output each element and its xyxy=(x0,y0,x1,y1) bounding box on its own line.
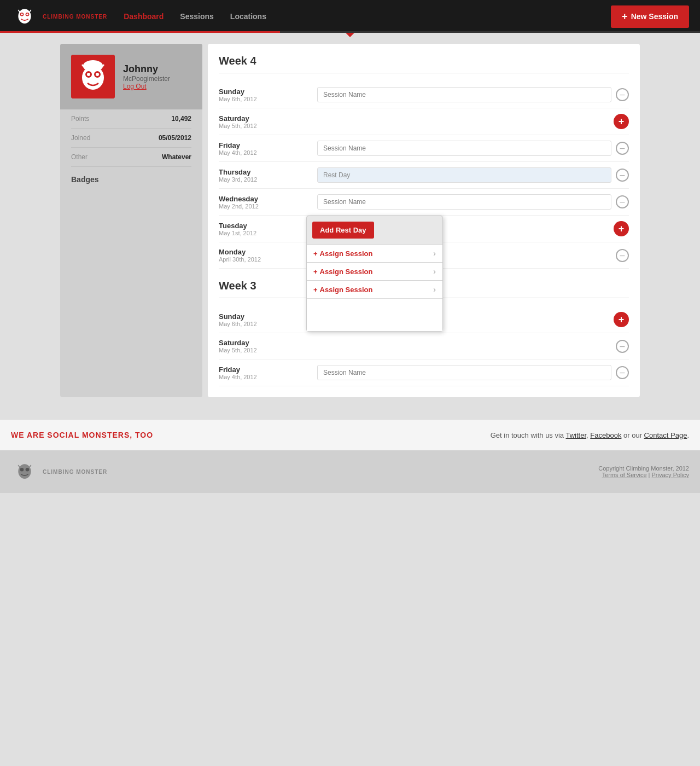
day-actions: – xyxy=(616,340,629,353)
chevron-right-icon: › xyxy=(433,267,436,276)
add-session-button[interactable]: + xyxy=(614,221,629,236)
profile-stats: Points 10,492 Joined 05/05/2012 Other Wh… xyxy=(60,109,202,167)
day-actions: + xyxy=(614,312,629,327)
footer-links: Terms of Service | Privacy Policy xyxy=(598,472,689,478)
day-row-tuesday-w4: Tuesday May 1st, 2012 Add Rest Day +Assi… xyxy=(219,216,629,242)
nav-indicator xyxy=(346,33,354,37)
day-actions: + xyxy=(614,221,629,236)
svg-point-12 xyxy=(83,60,103,71)
twitter-link[interactable]: Twitter xyxy=(565,431,586,439)
remove-session-button[interactable]: – xyxy=(616,88,629,101)
svg-point-15 xyxy=(26,468,30,472)
other-value: Whatever xyxy=(162,153,191,161)
footer-copyright: Copyright Climbing Monster, 2012 xyxy=(598,465,689,472)
footer-legal: Copyright Climbing Monster, 2012 Terms o… xyxy=(598,465,689,478)
stat-other: Other Whatever xyxy=(71,148,191,167)
day-actions: – xyxy=(616,88,629,101)
logo-icon xyxy=(11,5,38,27)
day-info: Friday May 4th, 2012 xyxy=(219,365,317,380)
day-info: Sunday May 6th, 2012 xyxy=(219,312,317,327)
privacy-link[interactable]: Privacy Policy xyxy=(652,472,689,478)
day-actions: – xyxy=(616,249,629,262)
contact-page-link[interactable]: Contact Page xyxy=(644,431,687,439)
new-session-button[interactable]: + New Session xyxy=(611,5,689,28)
terms-link[interactable]: Terms of Service xyxy=(602,472,647,478)
badges-section: Badges xyxy=(60,167,202,192)
joined-value: 05/05/2012 xyxy=(159,134,191,142)
social-text: Get in touch with us via Twitter, Facebo… xyxy=(491,431,689,439)
add-session-button[interactable]: + xyxy=(614,312,629,327)
dropdown-spacer xyxy=(307,298,442,331)
day-info: Monday April 30th, 2012 xyxy=(219,248,317,263)
svg-point-5 xyxy=(26,14,28,15)
day-row-saturday-w4: Saturday May 5th, 2012 + xyxy=(219,108,629,135)
profile-header: Johnny McPoogimeister Log Out xyxy=(60,44,202,109)
facebook-link[interactable]: Facebook xyxy=(590,431,621,439)
day-actions: + xyxy=(614,114,629,129)
svg-point-4 xyxy=(21,14,22,15)
remove-session-button[interactable]: – xyxy=(616,169,629,182)
add-rest-day-button[interactable]: Add Rest Day xyxy=(312,222,374,239)
profile-info: Johnny McPoogimeister Log Out xyxy=(123,63,170,90)
day-info: Thursday May 3rd, 2012 xyxy=(219,168,317,183)
logo-area: CLIMBING MONSTER xyxy=(11,5,107,27)
svg-point-10 xyxy=(87,73,90,76)
day-info: Tuesday May 1st, 2012 xyxy=(219,222,317,236)
day-row-friday-w3: Friday May 4th, 2012 – xyxy=(219,359,629,386)
day-actions: – xyxy=(616,195,629,208)
remove-session-button[interactable]: – xyxy=(616,249,629,262)
remove-session-button[interactable]: – xyxy=(616,366,629,379)
chevron-right-icon: › xyxy=(433,285,436,294)
badges-title: Badges xyxy=(71,175,99,184)
day-row-sunday-w4: Sunday May 6th, 2012 – xyxy=(219,82,629,108)
add-session-button[interactable]: + xyxy=(614,114,629,129)
day-row-thursday-w4: Thursday May 3rd, 2012 – xyxy=(219,162,629,189)
assign-session-link-2[interactable]: Assign Session xyxy=(320,268,373,276)
day-info: Saturday May 5th, 2012 xyxy=(219,114,317,129)
day-actions: – xyxy=(616,366,629,379)
session-input[interactable] xyxy=(317,194,611,210)
session-input-rest[interactable] xyxy=(317,167,611,183)
nav-dashboard[interactable]: Dashboard xyxy=(124,12,164,21)
assign-session-link-1[interactable]: Assign Session xyxy=(320,249,373,258)
nav-locations[interactable]: Locations xyxy=(230,12,266,21)
session-input[interactable] xyxy=(317,87,611,102)
main-content: Johnny McPoogimeister Log Out Points 10,… xyxy=(49,33,651,408)
remove-session-button[interactable]: – xyxy=(616,142,629,155)
day-row-wednesday-w4: Wednesday May 2nd, 2012 – xyxy=(219,189,629,216)
avatar xyxy=(71,55,115,98)
svg-point-14 xyxy=(20,468,24,472)
sidebar: Johnny McPoogimeister Log Out Points 10,… xyxy=(60,44,202,397)
social-heading: WE ARE SOCIAL MONSTERS, TOO xyxy=(11,431,153,439)
logo-text: CLIMBING MONSTER xyxy=(43,14,107,20)
profile-handle: McPoogimeister xyxy=(123,75,170,83)
session-input[interactable] xyxy=(317,365,611,380)
footer-social: WE ARE SOCIAL MONSTERS, TOO Get in touch… xyxy=(0,419,700,450)
points-label: Points xyxy=(71,115,89,123)
nav: Dashboard Sessions Locations xyxy=(124,12,266,21)
session-dropdown: Add Rest Day +Assign Session › +Assign S… xyxy=(306,216,443,332)
profile-name: Johnny xyxy=(123,63,170,75)
remove-session-button[interactable]: – xyxy=(616,340,629,353)
footer-logo: CLIMBING MONSTER xyxy=(11,461,107,482)
header-right: + New Session xyxy=(611,5,689,28)
day-row-friday-w4: Friday May 4th, 2012 – xyxy=(219,135,629,162)
assign-session-link-3[interactable]: Assign Session xyxy=(320,286,373,294)
logout-link[interactable]: Log Out xyxy=(123,83,170,90)
assign-session-item-1[interactable]: +Assign Session › xyxy=(307,244,442,262)
week4-header: Week 4 xyxy=(219,55,629,73)
other-label: Other xyxy=(71,153,88,161)
day-row-saturday-w3: Saturday May 5th, 2012 – xyxy=(219,333,629,359)
remove-session-button[interactable]: – xyxy=(616,195,629,208)
plus-icon: + xyxy=(622,11,628,22)
footer-logo-text: CLIMBING MONSTER xyxy=(43,469,107,475)
day-actions: – xyxy=(616,169,629,182)
assign-session-item-2[interactable]: +Assign Session › xyxy=(307,262,442,280)
joined-label: Joined xyxy=(71,134,90,142)
day-info: Sunday May 6th, 2012 xyxy=(219,88,317,102)
session-input[interactable] xyxy=(317,141,611,156)
svg-point-13 xyxy=(18,464,31,479)
svg-point-1 xyxy=(18,9,31,24)
nav-sessions[interactable]: Sessions xyxy=(180,12,213,21)
assign-session-item-3[interactable]: +Assign Session › xyxy=(307,280,442,298)
